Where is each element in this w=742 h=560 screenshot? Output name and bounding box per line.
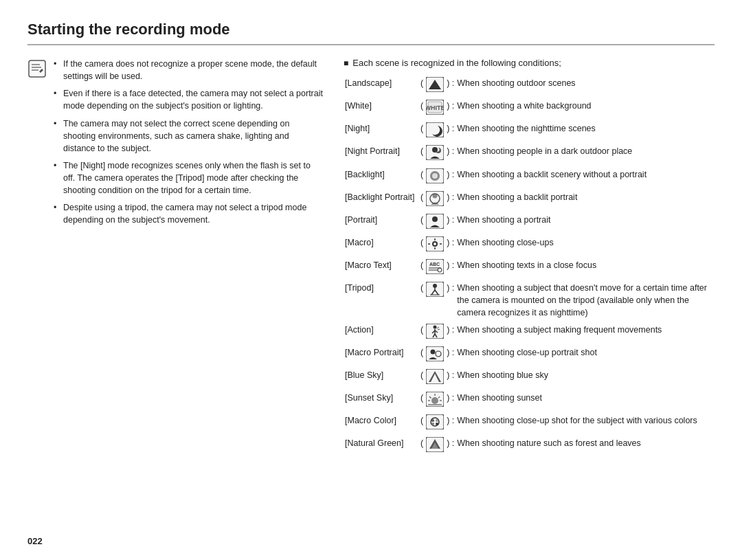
scene-close-paren: ) : (445, 234, 456, 257)
scene-icon-cell (425, 120, 445, 143)
scene-icon-cell: WHITE (425, 98, 445, 120)
note-box: If the camera does not recognize a prope… (27, 58, 323, 232)
scene-close-paren: ) : (445, 166, 456, 189)
scene-label: [Backlight] (344, 166, 419, 189)
scene-close-paren: ) : (445, 344, 456, 367)
left-column: If the camera does not recognize a prope… (27, 58, 323, 236)
scene-row: [Natural Green] ( ) : When shooting natu… (344, 435, 715, 458)
scene-row: [Blue Sky] ( ) : When shooting blue sky (344, 367, 715, 390)
scene-open-paren: ( (419, 344, 425, 367)
scene-close-paren: ) : (445, 98, 456, 120)
scene-label: [Tripod] (344, 280, 419, 321)
scene-description: When shooting close-ups (456, 234, 715, 257)
scene-close-paren: ) : (445, 367, 456, 390)
scene-open-paren: ( (419, 435, 425, 458)
scene-icon-cell (425, 390, 445, 412)
scene-icon-cell (425, 75, 445, 98)
svg-point-29 (433, 284, 437, 288)
scene-table: [Landscape] ( ) : When shooting outdoor … (344, 75, 715, 458)
svg-point-57 (431, 419, 434, 422)
page-title: Starting the recording mode (27, 21, 715, 45)
scene-row: [Macro Text] ( ABC ) : When shooting tex… (344, 257, 715, 280)
scene-icon-cell (425, 280, 445, 321)
scene-icon-cell (425, 166, 445, 189)
scene-label: [Backlight Portrait] (344, 189, 419, 212)
scene-description: When shooting a backlit portrait (456, 189, 715, 212)
svg-point-48 (431, 397, 438, 404)
scene-description: When shooting nature such as forest and … (456, 435, 715, 458)
scene-description: When shooting a backlit scenery without … (456, 166, 715, 189)
scene-description: When shooting a white background (456, 98, 715, 120)
note-icon (27, 59, 47, 78)
scene-open-paren: ( (419, 367, 425, 390)
scene-label: [Night Portrait] (344, 143, 419, 166)
svg-point-14 (432, 173, 438, 179)
svg-text:ABC: ABC (429, 262, 440, 267)
scene-icon-cell (425, 212, 445, 234)
scene-label: [Macro Text] (344, 257, 419, 280)
section-header: Each scene is recognized in the followin… (344, 58, 715, 68)
scene-open-paren: ( (419, 98, 425, 120)
scene-label: [Blue Sky] (344, 367, 419, 390)
scene-label: [Night] (344, 120, 419, 143)
svg-point-59 (431, 423, 434, 425)
scene-close-paren: ) : (445, 280, 456, 321)
scene-label: [White] (344, 98, 419, 120)
scene-icon-cell (425, 234, 445, 257)
scene-row: [Macro Portrait] ( ) : When shooting clo… (344, 344, 715, 367)
scene-open-paren: ( (419, 212, 425, 234)
svg-text:WHITE: WHITE (426, 104, 444, 111)
scene-close-paren: ) : (445, 212, 456, 234)
bullet-item: Even if there is a face detected, the ca… (54, 87, 323, 112)
scene-open-paren: ( (419, 120, 425, 143)
scene-close-paren: ) : (445, 322, 456, 344)
scene-close-paren: ) : (445, 390, 456, 412)
scene-row: [Backlight] ( ) : When shooting a backli… (344, 166, 715, 189)
scene-label: [Portrait] (344, 212, 419, 234)
scene-label: [Natural Green] (344, 435, 419, 458)
scene-description: When shooting texts in a close focus (456, 257, 715, 280)
scene-row: [Backlight Portrait] ( ) : When shooting… (344, 189, 715, 212)
scene-close-paren: ) : (445, 120, 456, 143)
scene-close-paren: ) : (445, 189, 456, 212)
scene-row: [Tripod] ( ) : When shooting a subject t… (344, 280, 715, 321)
svg-point-35 (434, 325, 437, 328)
scene-icon-cell (425, 367, 445, 390)
svg-point-19 (432, 216, 438, 222)
page-number: 022 (27, 536, 43, 546)
scene-open-paren: ( (419, 390, 425, 412)
svg-rect-0 (29, 60, 45, 77)
scene-icon-cell: ABC (425, 257, 445, 280)
scene-row: [Macro] ( ) : When shooting close-ups (344, 234, 715, 257)
scene-icon-cell (425, 412, 445, 435)
svg-point-58 (436, 419, 438, 422)
scene-open-paren: ( (419, 412, 425, 435)
scene-row: [Night] ( ) : When shooting the nighttim… (344, 120, 715, 143)
scene-icon-cell (425, 189, 445, 212)
scene-open-paren: ( (419, 234, 425, 257)
scene-icon-cell (425, 322, 445, 344)
scene-description: When shooting close-up shot for the subj… (456, 412, 715, 435)
scene-row: [Landscape] ( ) : When shooting outdoor … (344, 75, 715, 98)
scene-open-paren: ( (419, 75, 425, 98)
scene-close-paren: ) : (445, 75, 456, 98)
scene-description: When shooting outdoor scenes (456, 75, 715, 98)
scene-description: When shooting close-up portrait shot (456, 344, 715, 367)
scene-open-paren: ( (419, 322, 425, 344)
scene-label: [Sunset Sky] (344, 390, 419, 412)
svg-rect-55 (426, 414, 444, 429)
scene-icon-cell (425, 435, 445, 458)
svg-point-60 (436, 423, 438, 425)
bullet-list: If the camera does not recognize a prope… (54, 58, 323, 232)
scene-description: When shooting a portrait (456, 212, 715, 234)
bullet-item: If the camera does not recognize a prope… (54, 58, 323, 82)
scene-icon-cell (425, 344, 445, 367)
bullet-item: The camera may not select the correct sc… (54, 117, 323, 155)
scene-label: [Macro] (344, 234, 419, 257)
scene-label: [Landscape] (344, 75, 419, 98)
svg-point-22 (434, 243, 436, 245)
scene-description: When shooting sunset (456, 390, 715, 412)
scene-label: [Action] (344, 322, 419, 344)
scene-open-paren: ( (419, 280, 425, 321)
scene-close-paren: ) : (445, 143, 456, 166)
